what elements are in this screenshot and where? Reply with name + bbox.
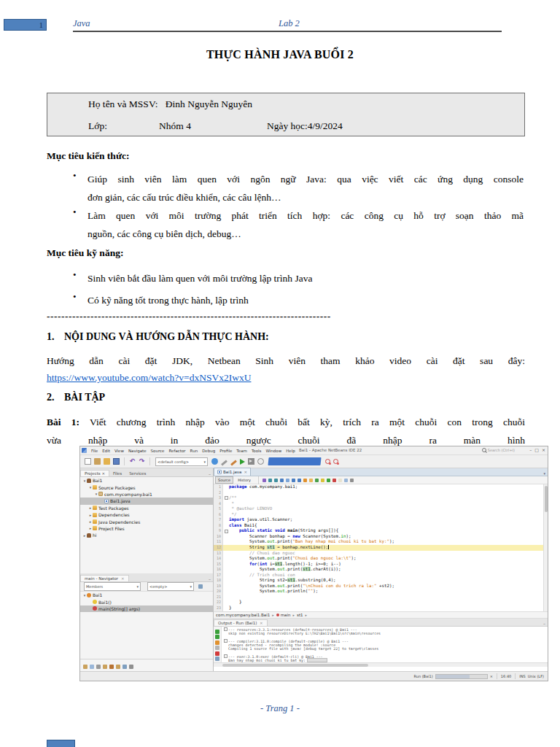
code-line[interactable]: 9- public static void main(String args[]… (214, 528, 548, 534)
fully-qualified-names-icon[interactable] (122, 665, 127, 669)
undo-icon[interactable]: ↶ (129, 458, 136, 465)
code-line[interactable]: 7import java.util.Scanner; (214, 517, 548, 523)
redo-icon[interactable]: ↷ (139, 458, 145, 465)
output-minimize-icon[interactable]: – (543, 621, 545, 626)
public-only-icon[interactable] (103, 665, 107, 669)
run-ide-icon[interactable] (211, 458, 218, 465)
find-selection-icon[interactable] (280, 479, 284, 482)
code-line[interactable]: 11 System.out.print("Ban hay nhap moi ch… (214, 539, 548, 545)
code-line[interactable]: 19 System.out.print("\nChuoi con du tric… (214, 584, 548, 589)
menu-team[interactable]: Team (234, 449, 249, 453)
project-node-dependencies[interactable]: ▸Dependencies (80, 511, 213, 518)
search-box[interactable]: Search (Ctrl+I) (482, 448, 515, 452)
new-project-icon[interactable] (94, 458, 101, 465)
menu-debug[interactable]: Debug (200, 449, 217, 453)
code-line[interactable]: 21 (214, 595, 548, 600)
members-combobox[interactable]: Members ▾ (84, 582, 141, 591)
menu-view[interactable]: View (112, 449, 126, 453)
code-line[interactable]: 10 Scanner bonhap = new Scanner(System.i… (214, 534, 548, 540)
code-line[interactable]: 12 String st1 = bonhap.nextLine(); (214, 545, 548, 551)
refresh-icon[interactable] (215, 640, 219, 645)
fold-icon[interactable]: - (223, 530, 229, 533)
youtube-link[interactable]: https://www.youtube.com/watch?v=dxNSVx2I… (47, 372, 251, 383)
stop-disabled-icon[interactable] (215, 646, 219, 650)
sort-source-icon[interactable] (116, 665, 120, 669)
fold-minus-icon[interactable]: - (224, 654, 228, 658)
breadcrumb-item[interactable]: st1 (297, 613, 303, 617)
code-line[interactable]: 5 * @author LENOVO (214, 506, 548, 512)
code-line[interactable]: 14 System.out.print("Chuoi dao nguoc la:… (214, 556, 548, 562)
save-all-icon[interactable] (113, 458, 120, 465)
build-project-icon[interactable] (221, 460, 228, 465)
source-view-button[interactable]: Source (215, 476, 233, 484)
code-line[interactable]: 8class Bai1{ (214, 523, 548, 529)
menu-help[interactable]: Help (284, 449, 298, 453)
code-line[interactable]: 16 System.out.print(st1.charAt(i)); (214, 567, 548, 573)
progress-cancel-icon[interactable]: × (490, 674, 493, 678)
bookmark-icon[interactable] (344, 479, 348, 482)
expand-all-icon[interactable] (129, 665, 133, 669)
reload-red-icon-2[interactable] (333, 459, 338, 464)
code-line[interactable]: 18 String st2=st1.substring(0,4); (214, 578, 548, 584)
incremental-search-icon[interactable] (286, 479, 289, 482)
code-line[interactable]: 13 // Chuoi dao nguoc (214, 551, 548, 557)
project-node-bai1[interactable]: ▾Bai1 (80, 477, 213, 484)
output-close-icon[interactable]: × (260, 621, 263, 625)
navigator-node-main-string-args-[interactable]: main(String[] args) (80, 605, 213, 612)
code-line[interactable]: 17 // Trich chuoi con (214, 573, 548, 578)
forward-icon[interactable] (274, 479, 278, 482)
code-line[interactable]: 6 */ (214, 512, 548, 518)
previous-occurrence-icon[interactable] (292, 479, 295, 482)
code-line[interactable]: 1package com.mycompany.bai1; (214, 484, 548, 490)
fold-minus-icon[interactable]: - (225, 530, 228, 533)
code-line[interactable]: 15 for(int i=st1.length()-1; i>=0; i--) (214, 562, 548, 568)
projects-minimize-icon[interactable]: – (209, 471, 211, 476)
inherited-members-icon[interactable] (83, 665, 88, 669)
rerun-icon[interactable] (215, 630, 219, 634)
output-hscrollbar[interactable] (214, 662, 548, 667)
back-icon[interactable] (268, 479, 272, 482)
menu-source[interactable]: Source (149, 449, 167, 453)
maximize-icon[interactable]: ▢ (534, 447, 539, 452)
tab-services[interactable]: Services (125, 471, 149, 476)
menu-run[interactable]: Run (188, 449, 201, 453)
next-occurrence-icon[interactable] (298, 479, 301, 482)
navigator-node-bai1-[interactable]: Bai1() (80, 598, 213, 605)
new-file-icon[interactable] (85, 458, 91, 465)
code-line[interactable]: 23} (214, 605, 548, 611)
menu-refactor[interactable]: Refactor (167, 449, 188, 453)
projects-close-icon[interactable]: × (101, 471, 105, 476)
scrollbar-thumb[interactable] (545, 486, 548, 512)
indent-left-icon[interactable] (321, 479, 324, 482)
clean-build-icon[interactable] (230, 460, 237, 465)
menu-navigate[interactable]: Navigate (126, 449, 149, 453)
navigator-minimize-icon[interactable]: – (209, 576, 211, 581)
clear-output-icon[interactable] (215, 657, 219, 661)
menu-tools[interactable]: Tools (249, 449, 264, 453)
highlighted-toolbar-item[interactable] (268, 457, 321, 465)
config-combobox[interactable]: <default config>▾ (155, 457, 208, 466)
tab-navigator[interactable]: main - Navigator × (80, 575, 129, 581)
fold-minus-icon[interactable]: - (225, 496, 228, 500)
tab-bai1-java[interactable]: Bai1.java × (214, 468, 251, 476)
fold-minus-icon[interactable]: - (224, 627, 228, 631)
stop-icon[interactable] (215, 651, 219, 656)
menu-window[interactable]: Window (263, 449, 284, 453)
tab-output-run[interactable]: Output - Run (Bai1) × (214, 619, 268, 626)
run-project-icon[interactable] (240, 459, 245, 465)
scrollbar-thumb[interactable] (222, 664, 368, 667)
editor-scrollbar[interactable] (543, 484, 548, 611)
code-line[interactable]: 4 * (214, 501, 548, 507)
tab-projects[interactable]: Projects × (80, 470, 109, 476)
navigator-node-bai1[interactable]: ▾Bai1 (80, 592, 213, 598)
fold-icon[interactable]: - (223, 639, 228, 643)
indent-right-icon[interactable] (327, 479, 330, 482)
fold-icon[interactable]: - (223, 496, 229, 500)
scope-combobox[interactable]: <empty> ▾ (147, 582, 194, 591)
last-edit-icon[interactable] (262, 479, 266, 482)
reload-red-icon-1[interactable] (325, 459, 330, 464)
close-icon[interactable]: × (542, 447, 545, 452)
sort-alpha-icon[interactable] (109, 665, 114, 669)
breakpoint-icon[interactable] (350, 479, 354, 482)
project-node-project-files[interactable]: ▸Project Files (80, 525, 213, 532)
